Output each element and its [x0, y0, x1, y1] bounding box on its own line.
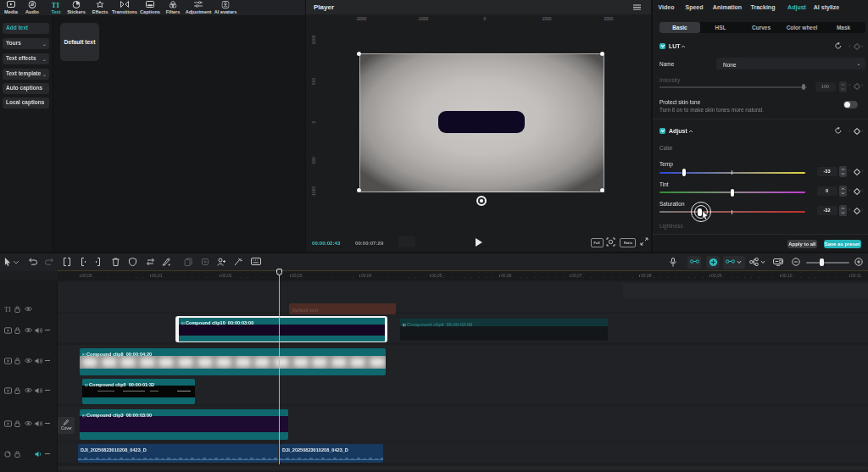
svg-text:TI: TI	[4, 306, 11, 313]
svg-text:TI: TI	[52, 1, 60, 8]
